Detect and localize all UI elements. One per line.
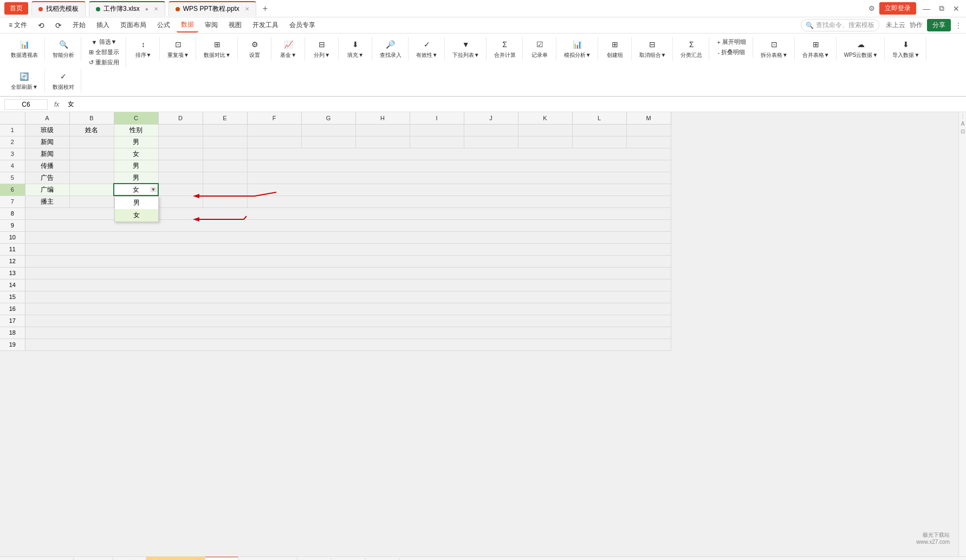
cell-F2[interactable] (247, 136, 301, 148)
menu-data[interactable]: 数据 (177, 18, 198, 32)
cell-A5[interactable]: 广告 (25, 172, 69, 184)
tab-excel[interactable]: 工作簿3.xlsx ● ✕ (89, 1, 165, 16)
col-header-I[interactable]: I (410, 112, 464, 124)
ribbon-btn-ungroup[interactable]: ⊟ 取消组合▼ (637, 37, 669, 61)
ribbon-btn-sort[interactable]: ↕ 排序▼ (133, 37, 154, 61)
dropdown-option-nan[interactable]: 男 (115, 197, 158, 209)
cell-J1[interactable] (464, 124, 518, 136)
ribbon-btn-find-entry[interactable]: 🔎 查找录入 (378, 37, 404, 61)
cell-B5[interactable] (69, 172, 114, 184)
ribbon-btn-show-all[interactable]: ⊞ 全部显示 (87, 47, 121, 57)
menu-redo-icon[interactable]: ⟳ (51, 19, 66, 32)
cell-D1[interactable] (158, 124, 203, 136)
menu-search[interactable]: 🔍 查找命令、搜索模板 (801, 19, 879, 31)
ribbon-btn-dropdown-list[interactable]: ▼ 下拉列表▼ (450, 37, 482, 61)
cell-G2[interactable] (301, 136, 355, 148)
cell-I1[interactable] (410, 124, 464, 136)
col-header-H[interactable]: H (355, 112, 410, 124)
cell-I2[interactable] (410, 136, 464, 148)
cell-A1[interactable]: 班级 (25, 124, 69, 136)
sheet-tab-sheet5[interactable]: Sheet5 (297, 558, 332, 561)
cell-L1[interactable] (572, 124, 626, 136)
cell-G1[interactable] (301, 124, 355, 136)
ribbon-btn-pivot[interactable]: 📊 数据透视表 (9, 37, 40, 61)
cell-C2[interactable]: 男 (114, 136, 158, 148)
sheet-tab-xxx[interactable]: XXX公司销售额 (146, 557, 205, 560)
tab-excel-x[interactable]: ✕ (154, 6, 158, 12)
minimize-button[interactable]: — (920, 4, 932, 13)
cell-D2[interactable] (158, 136, 203, 148)
cell-M1[interactable] (626, 124, 671, 136)
ribbon-btn-reapply[interactable]: ↺ 重新应用 (87, 57, 121, 68)
cell-D5[interactable] (158, 172, 203, 184)
col-header-F[interactable]: F (247, 112, 301, 124)
cell-A3[interactable]: 新闻 (25, 148, 69, 160)
cell-C6-active[interactable]: 女 ▼ 男 女 (114, 184, 158, 196)
row-header-10[interactable]: 10 (0, 231, 25, 243)
ribbon-btn-simulate[interactable]: 📊 模拟分析▼ (562, 37, 593, 61)
tab-ppt-x[interactable]: ✕ (245, 6, 249, 12)
row-header-19[interactable]: 19 (0, 338, 25, 350)
cloud-button[interactable]: 未上云 (886, 21, 905, 30)
ribbon-btn-wps-cloud[interactable]: ☁ WPS云数据▼ (842, 37, 880, 61)
col-header-A[interactable]: A (25, 112, 69, 124)
cell-B6[interactable] (69, 184, 114, 196)
row-header-11[interactable]: 11 (0, 243, 25, 255)
cell-C3[interactable]: 女 (114, 148, 158, 160)
row-header-4[interactable]: 4 (0, 160, 25, 172)
cell-C4[interactable]: 男 (114, 160, 158, 172)
menu-review[interactable]: 审阅 (200, 18, 222, 32)
settings-icon[interactable]: ⚙ (868, 4, 875, 12)
menu-page-layout[interactable]: 页面布局 (116, 18, 151, 32)
col-header-M[interactable]: M (626, 112, 671, 124)
menu-start[interactable]: 开始 (68, 18, 90, 32)
menu-view[interactable]: 视图 (224, 18, 246, 32)
sheet-tab-tianzi[interactable]: 田字格 (113, 557, 146, 560)
cell-E3[interactable] (203, 148, 247, 160)
sheet-tab-kecheng[interactable]: 课程表 (205, 556, 238, 560)
row-header-14[interactable]: 14 (0, 279, 25, 291)
sheet-tab-shuju[interactable]: 数据透视表教程 (238, 557, 297, 560)
add-sheet-button[interactable]: + (400, 557, 413, 561)
cell-H1[interactable] (355, 124, 410, 136)
close-window-button[interactable]: ✕ (951, 4, 962, 13)
ribbon-btn-fill[interactable]: ⬇ 填充▼ (345, 37, 366, 61)
ribbon-btn-expand[interactable]: + 展开明细 (715, 37, 748, 47)
home-button[interactable]: 首页 (4, 2, 28, 15)
cell-A4[interactable]: 传播 (25, 160, 69, 172)
ribbon-btn-import[interactable]: ⬇ 导入数据▼ (890, 37, 922, 61)
add-tab-button[interactable]: + (260, 4, 271, 14)
cell-C1[interactable]: 性别 (114, 124, 158, 136)
ribbon-btn-fund[interactable]: 📈 基金▼ (277, 37, 299, 61)
cell-D4[interactable] (158, 160, 203, 172)
cell-B2[interactable] (69, 136, 114, 148)
row-header-2[interactable]: 2 (0, 136, 25, 148)
cell-M2[interactable] (626, 136, 671, 148)
row-header-6[interactable]: 6 (0, 184, 25, 196)
ribbon-btn-merge-calc[interactable]: Σ 合并计算 (492, 37, 518, 61)
cell-D7[interactable] (158, 196, 203, 207)
register-button[interactable]: 立即登录 (879, 2, 916, 15)
ribbon-btn-data-check[interactable]: ✓ 数据校对 (50, 69, 76, 93)
cell-B7[interactable] (69, 196, 114, 207)
ribbon-btn-dup[interactable]: ⊡ 重复项▼ (165, 37, 191, 61)
ribbon-btn-refresh[interactable]: 🔄 全部刷新▼ (9, 69, 40, 93)
sheet-tab-chengji[interactable]: 成绩表 (41, 557, 74, 560)
col-header-K[interactable]: K (518, 112, 572, 124)
col-header-C[interactable]: C (114, 112, 158, 124)
ribbon-btn-split-tbl[interactable]: ⊡ 拆分表格▼ (758, 37, 790, 61)
menu-formula[interactable]: 公式 (153, 18, 174, 32)
cell-E5[interactable] (203, 172, 247, 184)
cell-E1[interactable] (203, 124, 247, 136)
collab-button[interactable]: 协作 (910, 21, 923, 30)
ribbon-btn-create-grp[interactable]: ⊞ 创建组 (604, 37, 626, 61)
sheet-tab-sheet6[interactable]: Sheet6 (332, 558, 366, 561)
cell-A6[interactable]: 广编 (25, 184, 69, 196)
row-header-9[interactable]: 9 (0, 219, 25, 231)
ribbon-btn-settings[interactable]: ⚙ 设置 (244, 37, 265, 61)
row-header-17[interactable]: 17 (0, 315, 25, 327)
share-button[interactable]: 分享 (927, 19, 951, 31)
menu-member[interactable]: 会员专享 (285, 18, 320, 32)
row-header-1[interactable]: 1 (0, 124, 25, 136)
tab-ppt[interactable]: WPS PPT教程.pptx ✕ (168, 1, 256, 16)
